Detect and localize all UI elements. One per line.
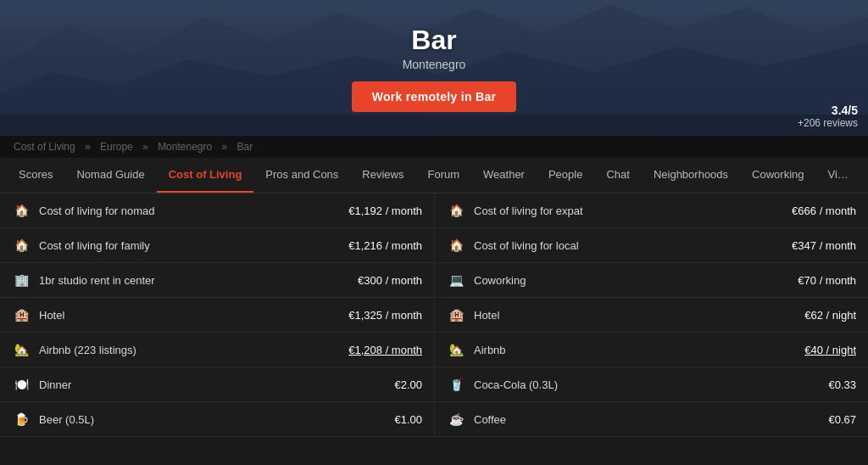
tab-scores[interactable]: Scores (7, 158, 64, 193)
tab-weather[interactable]: Weather (471, 158, 537, 193)
table-row[interactable]: ☕ Coffee €0.67 (435, 402, 868, 437)
tab-pros-and-cons[interactable]: Pros and Cons (253, 158, 350, 193)
row-icon-airbnb-left: 🏡 (12, 342, 31, 357)
row-value-airbnb-right: €40 / night (804, 344, 856, 356)
row-icon-airbnb-right: 🏡 (447, 342, 465, 357)
row-label-beer: Beer (0.5L) (39, 413, 394, 426)
tab-neighborhoods[interactable]: Neighborhoods (642, 158, 740, 193)
right-column: 🏠 Cost of living for expat €666 / month … (434, 193, 868, 437)
breadcrumb: Cost of Living » Europe » Montenegro » B… (0, 136, 868, 158)
left-column: 🏠 Cost of living for nomad €1,192 / mont… (0, 193, 434, 437)
row-value-nomad: €1,192 / month (348, 204, 422, 217)
hero-section: Bar Montenegro Work remotely in Bar 3.4/… (0, 0, 868, 136)
breadcrumb-sep-0: » (85, 141, 93, 153)
breadcrumb-item-1[interactable]: Europe (100, 141, 133, 153)
breadcrumb-item-0[interactable]: Cost of Living (14, 141, 75, 153)
table-row[interactable]: 🏠 Cost of living for nomad €1,192 / mont… (0, 193, 434, 228)
row-label-studio: 1br studio rent in center (39, 274, 358, 287)
row-value-family: €1,216 / month (348, 239, 422, 252)
table-row[interactable]: 🍽️ Dinner €2.00 (0, 367, 434, 402)
tab-more[interactable]: Vi… (816, 158, 860, 193)
row-icon-hotel-left: 🏨 (12, 307, 31, 322)
table-row[interactable]: 💻 Coworking €70 / month (435, 263, 868, 298)
tab-cost-of-living[interactable]: Cost of Living (157, 158, 254, 193)
breadcrumb-sep-1: » (142, 141, 151, 153)
cost-table: 🏠 Cost of living for nomad €1,192 / mont… (0, 193, 868, 437)
table-row[interactable]: 🍺 Beer (0.5L) €1.00 (0, 402, 434, 437)
row-icon-coworking: 💻 (447, 272, 465, 288)
breadcrumb-sep-2: » (222, 141, 231, 153)
city-title: Bar (352, 25, 517, 56)
row-icon-beer: 🍺 (12, 412, 31, 427)
table-row[interactable]: 🏡 Airbnb (223 listings) €1,208 / month (0, 333, 434, 367)
row-value-airbnb-left: €1,208 / month (348, 344, 422, 356)
row-label-family: Cost of living for family (39, 239, 348, 252)
row-label-dinner: Dinner (39, 378, 394, 391)
table-row[interactable]: 🏨 Hotel €62 / night (435, 298, 868, 333)
rating-block: 3.4/5 +206 reviews (798, 104, 858, 129)
row-value-hotel-right: €62 / night (804, 309, 856, 322)
nav-next-arrow[interactable]: ❯ (860, 162, 868, 189)
country-subtitle: Montenegro (352, 58, 517, 71)
tab-coworking[interactable]: Coworking (740, 158, 815, 193)
row-label-airbnb-right: Airbnb (474, 344, 804, 356)
table-row[interactable]: 🏠 Cost of living for local €347 / month (435, 228, 868, 263)
row-icon-expat: 🏠 (447, 203, 465, 218)
breadcrumb-item-3[interactable]: Bar (237, 141, 253, 153)
row-icon-dinner: 🍽️ (12, 377, 31, 392)
row-icon-local: 🏠 (447, 238, 465, 253)
table-row[interactable]: 🏢 1br studio rent in center €300 / month (0, 263, 434, 298)
row-value-hotel-left: €1,325 / month (348, 309, 422, 322)
table-row[interactable]: 🏠 Cost of living for family €1,216 / mon… (0, 228, 434, 263)
row-icon-studio: 🏢 (12, 272, 31, 288)
row-value-beer: €1.00 (394, 413, 422, 426)
svg-rect-3 (0, 115, 868, 136)
nav-tabs: Scores Nomad Guide Cost of Living Pros a… (0, 158, 868, 193)
row-value-cola: €0.33 (828, 378, 856, 391)
tab-forum[interactable]: Forum (415, 158, 471, 193)
row-label-hotel-right: Hotel (474, 309, 804, 322)
row-label-cola: Coca-Cola (0.3L) (474, 378, 828, 391)
table-row[interactable]: 🏡 Airbnb €40 / night (435, 333, 868, 367)
hero-content: Bar Montenegro Work remotely in Bar (352, 25, 517, 112)
row-label-local: Cost of living for local (474, 239, 792, 252)
tab-people[interactable]: People (537, 158, 594, 193)
table-row[interactable]: 🏨 Hotel €1,325 / month (0, 298, 434, 333)
rating-score: 3.4/5 (798, 104, 858, 117)
row-value-local: €347 / month (792, 239, 856, 252)
review-count: +206 reviews (798, 117, 858, 129)
tab-nomad-guide[interactable]: Nomad Guide (64, 158, 156, 193)
table-row[interactable]: 🏠 Cost of living for expat €666 / month (435, 193, 868, 228)
row-label-coworking: Coworking (474, 274, 798, 287)
row-value-coworking: €70 / month (798, 274, 856, 287)
row-icon-hotel-right: 🏨 (447, 307, 465, 322)
row-icon-cola: 🥤 (447, 377, 465, 392)
tab-chat[interactable]: Chat (594, 158, 641, 193)
row-value-dinner: €2.00 (394, 378, 422, 391)
row-value-studio: €300 / month (358, 274, 422, 287)
row-label-airbnb-left: Airbnb (223 listings) (39, 344, 348, 356)
breadcrumb-item-2[interactable]: Montenegro (158, 141, 212, 153)
row-icon-nomad: 🏠 (12, 203, 31, 218)
row-label-nomad: Cost of living for nomad (39, 204, 348, 217)
row-icon-family: 🏠 (12, 238, 31, 253)
tab-reviews[interactable]: Reviews (350, 158, 415, 193)
row-label-expat: Cost of living for expat (474, 204, 792, 217)
row-value-expat: €666 / month (792, 204, 856, 217)
work-remotely-button[interactable]: Work remotely in Bar (352, 81, 517, 112)
row-icon-coffee: ☕ (447, 412, 465, 427)
row-label-hotel-left: Hotel (39, 309, 348, 322)
table-row[interactable]: 🥤 Coca-Cola (0.3L) €0.33 (435, 367, 868, 402)
row-label-coffee: Coffee (474, 413, 828, 426)
row-value-coffee: €0.67 (828, 413, 856, 426)
